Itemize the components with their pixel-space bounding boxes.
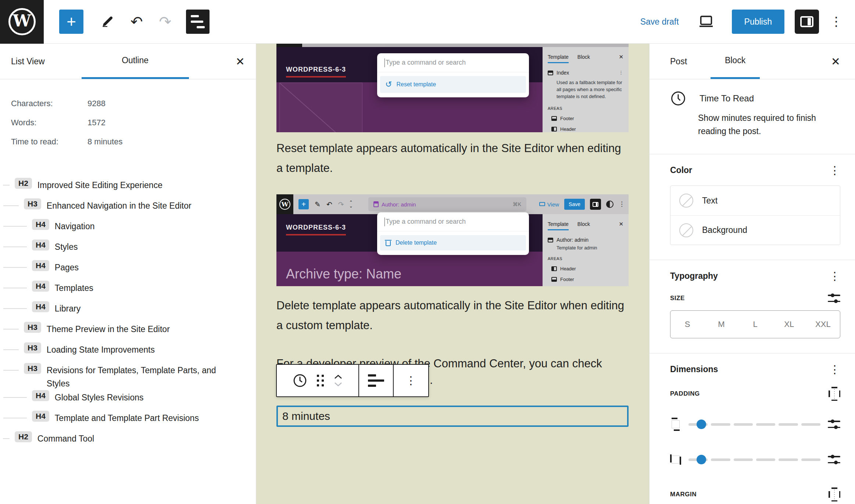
tab-list-view[interactable]: List View xyxy=(0,44,45,79)
padding-horizontal-custom-icon[interactable] xyxy=(828,455,840,464)
outline-item-label: Styles xyxy=(55,240,78,254)
slider-knob[interactable] xyxy=(697,420,706,429)
background-color-control[interactable]: Background xyxy=(670,215,840,245)
padding-label: PADDING xyxy=(670,390,700,397)
image-wordpress-logo: W xyxy=(276,194,293,214)
typography-section: Typography ⋮ SIZE S M L XL XXL xyxy=(650,260,855,353)
outline-item[interactable]: H2Improved Site Editing Experience xyxy=(0,178,256,198)
size-custom-toggle-icon[interactable] xyxy=(828,294,840,303)
outline-item-label: Template and Template Part Revisions xyxy=(55,411,199,425)
image-areas-label: AREAS xyxy=(548,256,623,261)
move-down-button[interactable] xyxy=(334,382,343,387)
outline-item[interactable]: H4Library xyxy=(0,301,256,322)
typography-options-menu[interactable]: ⋮ xyxy=(829,272,840,280)
paragraph-block-caption2[interactable]: Delete template appears automatically in… xyxy=(276,296,629,336)
padding-vertical-custom-icon[interactable] xyxy=(828,420,840,429)
settings-sidebar: Post Block ✕ Time To Read Show minutes r… xyxy=(649,44,855,504)
align-button[interactable] xyxy=(368,374,384,387)
stat-label: Words: xyxy=(11,118,36,127)
margin-label: MARGIN xyxy=(670,491,697,498)
padding-vertical-slider[interactable] xyxy=(688,420,820,429)
wordpress-logo-icon: W xyxy=(8,8,36,35)
image-template-description: Used as a fallback template for all page… xyxy=(557,79,623,100)
outline-item-label: Global Styles Revisions xyxy=(55,390,144,404)
publish-button[interactable]: Publish xyxy=(732,10,784,34)
footer-area-icon xyxy=(551,277,557,282)
options-menu-button[interactable]: ⋮ xyxy=(830,17,843,26)
block-options-button[interactable]: ⋮ xyxy=(405,377,416,384)
image-redo-icon: ↷ xyxy=(338,201,344,208)
settings-panel-toggle[interactable] xyxy=(795,10,819,34)
save-draft-button[interactable]: Save draft xyxy=(640,17,679,27)
image-close-icon: ✕ xyxy=(619,54,623,60)
list-view-tabs: List View Outline ✕ xyxy=(0,44,256,79)
margin-link-sides-icon[interactable] xyxy=(829,487,840,501)
outline-item[interactable]: H4Pages xyxy=(0,260,256,281)
image-command-reset-template: Reset template xyxy=(396,81,436,88)
footer-area-icon xyxy=(551,116,557,121)
paragraph-block-caption1[interactable]: Reset template appears automatically in … xyxy=(276,138,629,179)
outline-item[interactable]: H4Styles xyxy=(0,240,256,260)
size-option-m[interactable]: M xyxy=(704,311,738,338)
outline-item[interactable]: H3Loading State Improvements xyxy=(0,342,256,363)
no-color-swatch-icon xyxy=(679,194,693,208)
image-template-title: Author: admin xyxy=(382,201,416,208)
outline-item-label: Revisions for Templates, Template Parts,… xyxy=(47,363,223,390)
padding-link-sides-icon[interactable] xyxy=(829,387,840,401)
font-size-segmented-control: S M L XL XXL xyxy=(670,310,840,338)
image-area-header: Header xyxy=(560,266,576,271)
outline-item[interactable]: H3Enhanced Navigation in the Site Editor xyxy=(0,198,256,219)
slider-knob[interactable] xyxy=(697,455,706,464)
size-label: SIZE xyxy=(670,295,685,302)
heading-level-badge: H3 xyxy=(24,363,41,374)
move-up-button[interactable] xyxy=(334,374,343,379)
size-option-xl[interactable]: XL xyxy=(772,311,806,338)
outline-item[interactable]: H4Templates xyxy=(0,281,256,301)
size-option-l[interactable]: L xyxy=(738,311,772,338)
heading-level-badge: H4 xyxy=(32,390,49,401)
image-admin-bar xyxy=(276,44,629,47)
image-command-delete-template: Delete template xyxy=(396,240,437,246)
stat-value: 9288 xyxy=(87,99,105,108)
text-color-control[interactable]: Text xyxy=(670,186,840,215)
redo-button[interactable]: ↷ xyxy=(159,14,172,29)
outline-item[interactable]: H4Global Styles Revisions xyxy=(0,390,256,411)
image-area-footer: Footer xyxy=(560,277,574,282)
outline-item[interactable]: H3Revisions for Templates, Template Part… xyxy=(0,363,256,390)
outline-item[interactable]: H2Command Tool xyxy=(0,431,256,452)
tools-pencil-icon[interactable] xyxy=(100,15,114,29)
tab-post[interactable]: Post xyxy=(650,44,687,79)
close-settings-button[interactable]: ✕ xyxy=(831,44,840,79)
color-section: Color ⋮ Text Background xyxy=(650,154,855,260)
editor-canvas[interactable]: WORDPRESS-6-3 Type a command or search ↺… xyxy=(256,44,649,504)
tab-outline[interactable]: Outline xyxy=(82,44,189,79)
heading-level-badge: H4 xyxy=(32,281,49,292)
padding-vertical-control xyxy=(670,417,840,432)
size-option-s[interactable]: S xyxy=(670,311,704,338)
wordpress-logo[interactable]: W xyxy=(0,0,44,44)
image-archive-heading: Archive type: Name xyxy=(286,266,401,282)
preview-icon[interactable] xyxy=(698,15,714,28)
image-placeholder-box xyxy=(279,83,362,132)
close-list-view-button[interactable]: ✕ xyxy=(236,44,245,79)
color-options-menu[interactable]: ⋮ xyxy=(829,166,840,174)
size-option-xxl[interactable]: XXL xyxy=(806,311,840,338)
document-overview-button[interactable] xyxy=(186,10,210,34)
time-to-read-value: 8 minutes xyxy=(282,410,330,422)
padding-horizontal-slider[interactable] xyxy=(688,455,820,464)
tab-block[interactable]: Block xyxy=(711,44,760,79)
add-block-button[interactable]: + xyxy=(59,10,83,34)
image-document-bar: Author: admin ⌘K xyxy=(368,197,526,211)
outline-item[interactable]: H4Navigation xyxy=(0,219,256,240)
block-card-description: Show minutes required to finish reading … xyxy=(698,112,840,138)
outline-item[interactable]: H4Template and Template Part Revisions xyxy=(0,411,256,431)
time-to-read-block-icon[interactable] xyxy=(293,373,307,388)
undo-button[interactable]: ↶ xyxy=(130,14,143,29)
content-image-delete-template[interactable]: W + ✎ ↶ ↷ ⌃⌄ Author: admin ⌘K View Save xyxy=(276,194,629,286)
outline-item[interactable]: H3Theme Preview in the Site Editor xyxy=(0,322,256,342)
time-to-read-block[interactable]: 8 minutes xyxy=(276,406,629,427)
header-area-icon xyxy=(551,127,557,132)
dimensions-options-menu[interactable]: ⋮ xyxy=(829,366,840,373)
content-image-reset-template[interactable]: WORDPRESS-6-3 Type a command or search ↺… xyxy=(276,44,629,132)
drag-handle[interactable] xyxy=(317,375,324,387)
